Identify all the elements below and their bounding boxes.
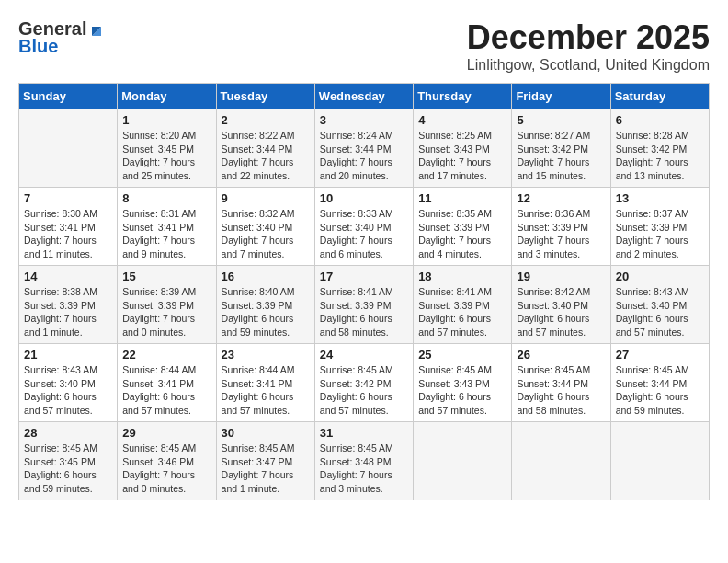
day-header-monday: Monday bbox=[118, 84, 216, 109]
day-number: 18 bbox=[418, 270, 506, 283]
day-number: 25 bbox=[418, 348, 506, 362]
calendar-body: 1Sunrise: 8:20 AM Sunset: 3:45 PM Daylig… bbox=[19, 109, 710, 500]
cell-content: Sunrise: 8:25 AM Sunset: 3:43 PM Dayligh… bbox=[418, 129, 506, 183]
cell-content: Sunrise: 8:36 AM Sunset: 3:39 PM Dayligh… bbox=[517, 207, 605, 261]
location: Linlithgow, Scotland, United Kingdom bbox=[467, 57, 710, 74]
calendar-cell: 31Sunrise: 8:45 AM Sunset: 3:48 PM Dayli… bbox=[314, 422, 413, 500]
cell-content: Sunrise: 8:45 AM Sunset: 3:44 PM Dayligh… bbox=[517, 363, 605, 418]
cell-content: Sunrise: 8:45 AM Sunset: 3:47 PM Dayligh… bbox=[222, 442, 310, 496]
cell-content: Sunrise: 8:45 AM Sunset: 3:43 PM Dayligh… bbox=[418, 363, 506, 418]
cell-content: Sunrise: 8:40 AM Sunset: 3:39 PM Dayligh… bbox=[222, 285, 310, 339]
calendar-cell: 20Sunrise: 8:43 AM Sunset: 3:40 PM Dayli… bbox=[610, 266, 709, 344]
day-number: 19 bbox=[517, 270, 605, 283]
day-number: 15 bbox=[122, 270, 210, 283]
cell-content: Sunrise: 8:28 AM Sunset: 3:42 PM Dayligh… bbox=[616, 129, 704, 183]
day-number: 20 bbox=[616, 270, 704, 283]
calendar-cell: 28Sunrise: 8:45 AM Sunset: 3:45 PM Dayli… bbox=[19, 422, 118, 500]
logo-arrow-icon bbox=[88, 21, 105, 38]
calendar-cell: 9Sunrise: 8:32 AM Sunset: 3:40 PM Daylig… bbox=[216, 188, 314, 266]
day-number: 13 bbox=[616, 191, 704, 205]
day-number: 29 bbox=[122, 426, 210, 440]
cell-content: Sunrise: 8:45 AM Sunset: 3:42 PM Dayligh… bbox=[320, 363, 408, 418]
calendar-cell: 2Sunrise: 8:22 AM Sunset: 3:44 PM Daylig… bbox=[216, 109, 314, 188]
calendar-header-row: SundayMondayTuesdayWednesdayThursdayFrid… bbox=[19, 84, 710, 109]
calendar-cell: 7Sunrise: 8:30 AM Sunset: 3:41 PM Daylig… bbox=[19, 188, 118, 266]
week-row-3: 14Sunrise: 8:38 AM Sunset: 3:39 PM Dayli… bbox=[19, 266, 710, 344]
calendar-cell: 13Sunrise: 8:37 AM Sunset: 3:39 PM Dayli… bbox=[610, 188, 709, 266]
cell-content: Sunrise: 8:35 AM Sunset: 3:39 PM Dayligh… bbox=[418, 207, 506, 261]
calendar-table: SundayMondayTuesdayWednesdayThursdayFrid… bbox=[18, 83, 710, 500]
cell-content: Sunrise: 8:43 AM Sunset: 3:40 PM Dayligh… bbox=[24, 363, 112, 418]
day-header-wednesday: Wednesday bbox=[314, 84, 413, 109]
day-number: 12 bbox=[517, 191, 605, 205]
day-number: 23 bbox=[222, 348, 310, 362]
day-number: 8 bbox=[122, 191, 210, 205]
day-number: 9 bbox=[222, 191, 310, 205]
day-header-sunday: Sunday bbox=[19, 84, 118, 109]
logo-blue: Blue bbox=[18, 36, 58, 57]
calendar-cell: 27Sunrise: 8:45 AM Sunset: 3:44 PM Dayli… bbox=[610, 344, 709, 422]
day-number: 28 bbox=[24, 426, 112, 440]
cell-content: Sunrise: 8:42 AM Sunset: 3:40 PM Dayligh… bbox=[517, 285, 605, 339]
logo: General Blue bbox=[18, 18, 105, 57]
calendar-cell: 25Sunrise: 8:45 AM Sunset: 3:43 PM Dayli… bbox=[414, 344, 512, 422]
day-header-thursday: Thursday bbox=[414, 84, 512, 109]
day-number: 31 bbox=[320, 426, 408, 440]
calendar-cell: 24Sunrise: 8:45 AM Sunset: 3:42 PM Dayli… bbox=[314, 344, 413, 422]
cell-content: Sunrise: 8:44 AM Sunset: 3:41 PM Dayligh… bbox=[122, 363, 210, 418]
cell-content: Sunrise: 8:45 AM Sunset: 3:44 PM Dayligh… bbox=[616, 363, 704, 418]
cell-content: Sunrise: 8:43 AM Sunset: 3:40 PM Dayligh… bbox=[616, 285, 704, 339]
day-number: 22 bbox=[122, 348, 210, 362]
calendar-cell: 5Sunrise: 8:27 AM Sunset: 3:42 PM Daylig… bbox=[512, 109, 610, 188]
page-header: General Blue December 2025 Linlithgow, S… bbox=[18, 18, 710, 74]
day-number: 21 bbox=[24, 348, 112, 362]
calendar-cell: 21Sunrise: 8:43 AM Sunset: 3:40 PM Dayli… bbox=[19, 344, 118, 422]
calendar-cell: 10Sunrise: 8:33 AM Sunset: 3:40 PM Dayli… bbox=[314, 188, 413, 266]
day-number: 16 bbox=[222, 270, 310, 283]
calendar-cell bbox=[610, 422, 709, 500]
day-number: 27 bbox=[616, 348, 704, 362]
day-number: 4 bbox=[418, 113, 506, 127]
calendar-cell: 8Sunrise: 8:31 AM Sunset: 3:41 PM Daylig… bbox=[118, 188, 216, 266]
cell-content: Sunrise: 8:37 AM Sunset: 3:39 PM Dayligh… bbox=[616, 207, 704, 261]
calendar-cell: 19Sunrise: 8:42 AM Sunset: 3:40 PM Dayli… bbox=[512, 266, 610, 344]
calendar-cell: 15Sunrise: 8:39 AM Sunset: 3:39 PM Dayli… bbox=[118, 266, 216, 344]
day-number: 10 bbox=[320, 191, 408, 205]
calendar-cell: 14Sunrise: 8:38 AM Sunset: 3:39 PM Dayli… bbox=[19, 266, 118, 344]
cell-content: Sunrise: 8:45 AM Sunset: 3:48 PM Dayligh… bbox=[320, 442, 408, 496]
cell-content: Sunrise: 8:27 AM Sunset: 3:42 PM Dayligh… bbox=[517, 129, 605, 183]
day-number: 24 bbox=[320, 348, 408, 362]
day-number: 1 bbox=[122, 113, 210, 127]
week-row-5: 28Sunrise: 8:45 AM Sunset: 3:45 PM Dayli… bbox=[19, 422, 710, 500]
cell-content: Sunrise: 8:39 AM Sunset: 3:39 PM Dayligh… bbox=[122, 285, 210, 339]
week-row-2: 7Sunrise: 8:30 AM Sunset: 3:41 PM Daylig… bbox=[19, 188, 710, 266]
calendar-cell: 18Sunrise: 8:41 AM Sunset: 3:39 PM Dayli… bbox=[414, 266, 512, 344]
title-block: December 2025 Linlithgow, Scotland, Unit… bbox=[467, 18, 710, 74]
cell-content: Sunrise: 8:38 AM Sunset: 3:39 PM Dayligh… bbox=[24, 285, 112, 339]
calendar-cell: 6Sunrise: 8:28 AM Sunset: 3:42 PM Daylig… bbox=[610, 109, 709, 188]
cell-content: Sunrise: 8:30 AM Sunset: 3:41 PM Dayligh… bbox=[24, 207, 112, 261]
calendar-cell: 23Sunrise: 8:44 AM Sunset: 3:41 PM Dayli… bbox=[216, 344, 314, 422]
cell-content: Sunrise: 8:41 AM Sunset: 3:39 PM Dayligh… bbox=[320, 285, 408, 339]
calendar-cell: 1Sunrise: 8:20 AM Sunset: 3:45 PM Daylig… bbox=[118, 109, 216, 188]
day-header-friday: Friday bbox=[512, 84, 610, 109]
cell-content: Sunrise: 8:32 AM Sunset: 3:40 PM Dayligh… bbox=[222, 207, 310, 261]
cell-content: Sunrise: 8:44 AM Sunset: 3:41 PM Dayligh… bbox=[222, 363, 310, 418]
month-title: December 2025 bbox=[467, 18, 710, 57]
cell-content: Sunrise: 8:20 AM Sunset: 3:45 PM Dayligh… bbox=[122, 129, 210, 183]
day-number: 7 bbox=[24, 191, 112, 205]
calendar-cell bbox=[19, 109, 118, 188]
cell-content: Sunrise: 8:41 AM Sunset: 3:39 PM Dayligh… bbox=[418, 285, 506, 339]
day-number: 5 bbox=[517, 113, 605, 127]
cell-content: Sunrise: 8:45 AM Sunset: 3:45 PM Dayligh… bbox=[24, 442, 112, 496]
calendar-cell bbox=[512, 422, 610, 500]
day-number: 17 bbox=[320, 270, 408, 283]
day-header-tuesday: Tuesday bbox=[216, 84, 314, 109]
calendar-cell: 22Sunrise: 8:44 AM Sunset: 3:41 PM Dayli… bbox=[118, 344, 216, 422]
calendar-cell: 16Sunrise: 8:40 AM Sunset: 3:39 PM Dayli… bbox=[216, 266, 314, 344]
day-header-saturday: Saturday bbox=[610, 84, 709, 109]
calendar-cell: 29Sunrise: 8:45 AM Sunset: 3:46 PM Dayli… bbox=[118, 422, 216, 500]
day-number: 30 bbox=[222, 426, 310, 440]
day-number: 2 bbox=[222, 113, 310, 127]
calendar-cell bbox=[414, 422, 512, 500]
